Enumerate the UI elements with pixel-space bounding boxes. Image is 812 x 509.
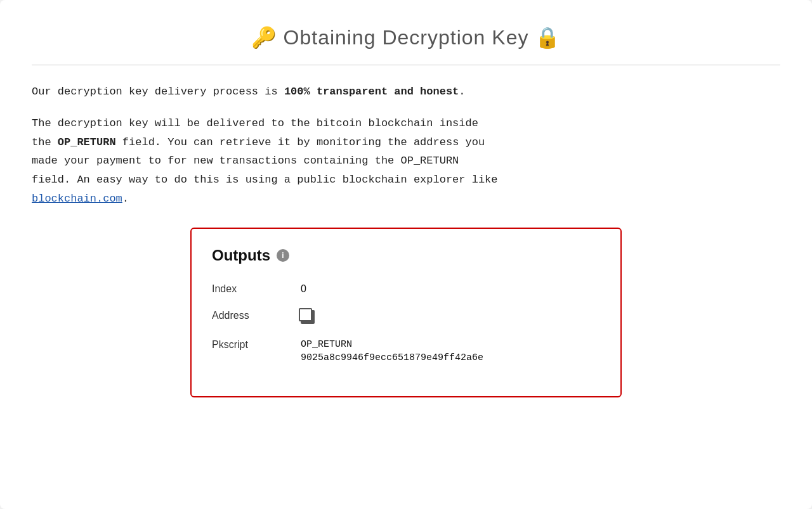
page-title: 🔑 Obtaining Decryption Key 🔒 xyxy=(32,25,780,49)
index-row: Index 0 xyxy=(212,283,600,295)
pkscript-line2: 9025a8c9946f9ecc651879e49ff42a6e xyxy=(301,352,483,363)
description-paragraph: The decryption key will be delivered to … xyxy=(32,114,780,209)
intro-bold-text: 100% transparent and honest xyxy=(284,86,459,98)
index-value: 0 xyxy=(301,283,306,295)
outputs-header: Outputs i xyxy=(212,247,600,264)
address-row: Address xyxy=(212,310,600,324)
outputs-box: Outputs i Index 0 Address Pkscript OP_RE… xyxy=(190,228,622,397)
desc-line1: The decryption key will be delivered to … xyxy=(32,117,498,186)
index-label: Index xyxy=(212,283,275,295)
copy-address-icon[interactable] xyxy=(301,310,315,324)
info-icon[interactable]: i xyxy=(277,249,289,262)
intro-text-after: . xyxy=(459,86,465,98)
key-icon: 🔑 xyxy=(251,26,277,49)
blockchain-link[interactable]: blockchain.com xyxy=(32,193,122,205)
address-label: Address xyxy=(212,310,275,321)
op-return-inline-1: OP_RETURN xyxy=(58,136,116,148)
lock-icon: 🔒 xyxy=(535,26,561,49)
pkscript-label: Pkscript xyxy=(212,339,275,351)
outputs-title: Outputs xyxy=(212,247,270,264)
pkscript-line1: OP_RETURN xyxy=(301,339,483,350)
pkscript-value: OP_RETURN 9025a8c9946f9ecc651879e49ff42a… xyxy=(301,339,483,363)
pkscript-row: Pkscript OP_RETURN 9025a8c9946f9ecc65187… xyxy=(212,339,600,363)
intro-paragraph: Our decryption key delivery process is 1… xyxy=(32,83,780,101)
intro-text-before: Our decryption key delivery process is xyxy=(32,86,284,98)
desc-period: . xyxy=(122,193,129,205)
page-container: 🔑 Obtaining Decryption Key 🔒 Our decrypt… xyxy=(0,0,812,509)
divider xyxy=(32,65,780,65)
